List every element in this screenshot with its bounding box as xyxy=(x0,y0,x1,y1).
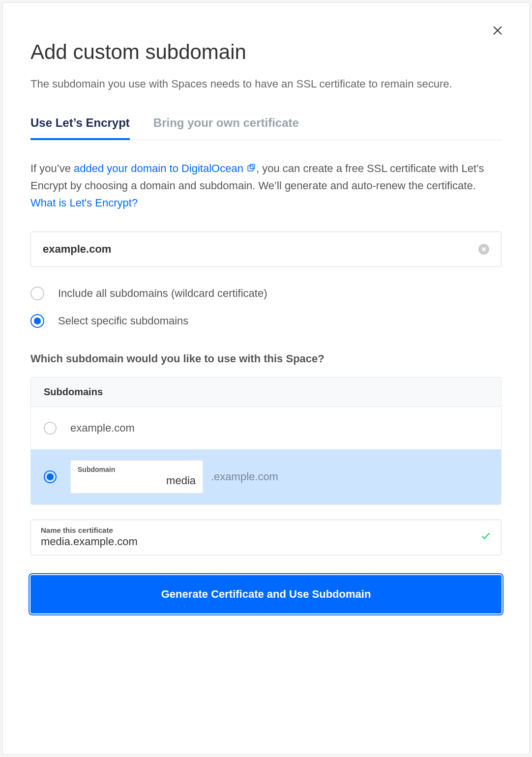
subdomain-table-header: Subdomains xyxy=(31,378,501,407)
subdomain-input-value: media xyxy=(78,474,196,487)
certificate-name-input[interactable]: Name this certificate media.example.com xyxy=(30,520,502,555)
radio-icon xyxy=(44,422,57,435)
desc-part1: If you’ve xyxy=(30,162,74,175)
cert-name-value: media.example.com xyxy=(41,535,480,548)
subdomain-row-apex[interactable]: example.com xyxy=(31,407,501,449)
subdomain-table: Subdomains example.com Subdomain media .… xyxy=(30,377,502,505)
close-button[interactable] xyxy=(490,24,505,39)
lets-encrypt-description: If you’ve added your domain to DigitalOc… xyxy=(30,160,502,212)
link-what-is-lets-encrypt[interactable]: What is Let's Encrypt? xyxy=(30,197,138,209)
radio-specific[interactable]: Select specific subdomains xyxy=(30,314,502,328)
radio-wildcard-label: Include all subdomains (wildcard certifi… xyxy=(58,287,267,300)
subdomain-input-group: Subdomain media .example.com xyxy=(70,460,278,494)
radio-wildcard[interactable]: Include all subdomains (wildcard certifi… xyxy=(30,287,502,300)
generate-certificate-button[interactable]: Generate Certificate and Use Subdomain xyxy=(30,575,502,613)
add-subdomain-modal: Add custom subdomain The subdomain you u… xyxy=(2,2,530,755)
subdomain-row-custom[interactable]: Subdomain media .example.com xyxy=(31,449,501,504)
modal-subtitle: The subdomain you use with Spaces needs … xyxy=(30,76,502,92)
link-added-domain[interactable]: added your domain to DigitalOcean xyxy=(74,162,256,175)
apex-domain-label: example.com xyxy=(70,422,135,435)
tab-byoc[interactable]: Bring your own certificate xyxy=(153,116,299,140)
cert-method-tabs: Use Let’s Encrypt Bring your own certifi… xyxy=(30,116,502,140)
close-icon xyxy=(492,25,503,38)
clear-icon xyxy=(481,245,486,254)
modal-title: Add custom subdomain xyxy=(30,40,502,64)
radio-specific-label: Select specific subdomains xyxy=(58,315,188,327)
external-link-icon xyxy=(246,160,256,177)
clear-domain-button[interactable] xyxy=(478,244,489,255)
subdomain-suffix: .example.com xyxy=(211,470,278,483)
cert-name-label: Name this certificate xyxy=(41,526,480,534)
tab-lets-encrypt[interactable]: Use Let’s Encrypt xyxy=(30,116,130,140)
checkmark-icon xyxy=(480,530,491,543)
svg-rect-1 xyxy=(250,164,255,169)
radio-icon xyxy=(44,470,57,483)
domain-input[interactable]: example.com xyxy=(30,232,502,267)
subdomain-input-label: Subdomain xyxy=(78,466,196,473)
radio-icon xyxy=(30,314,44,328)
subdomain-question: Which subdomain would you like to use wi… xyxy=(30,352,502,365)
radio-icon xyxy=(30,287,44,300)
subdomain-input[interactable]: Subdomain media xyxy=(70,460,203,494)
domain-input-value: example.com xyxy=(43,243,111,256)
